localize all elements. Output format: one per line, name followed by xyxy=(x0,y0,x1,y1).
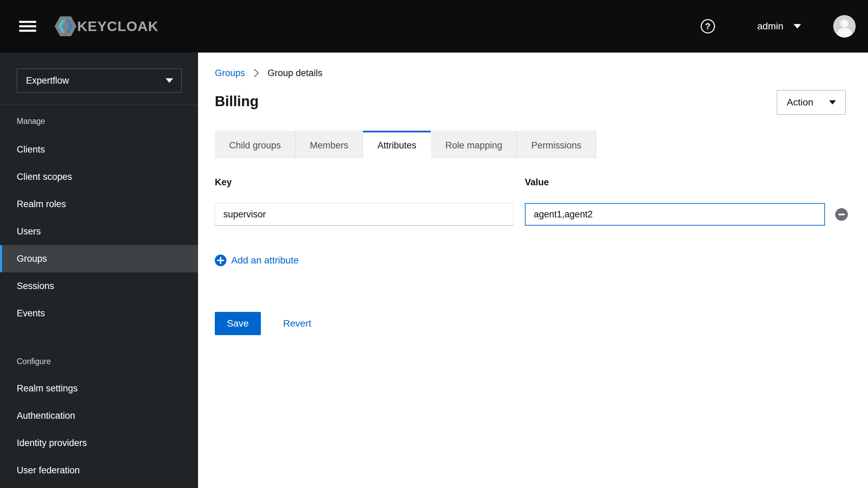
chevron-down-icon xyxy=(166,78,173,83)
chevron-down-icon xyxy=(794,24,801,29)
user-avatar-icon xyxy=(833,15,856,38)
tab-role-mapping[interactable]: Role mapping xyxy=(431,131,517,158)
help-button[interactable]: ? xyxy=(701,19,715,33)
brand-text: KEYCLOAK xyxy=(77,18,158,34)
action-dropdown-button[interactable]: Action xyxy=(777,90,846,115)
realm-selector[interactable]: Expertflow xyxy=(17,69,182,92)
sidebar-item-sessions[interactable]: Sessions xyxy=(0,272,198,300)
value-column-header: Value xyxy=(525,177,549,189)
breadcrumb-link-groups[interactable]: Groups xyxy=(215,68,245,78)
sidebar-item-events[interactable]: Events xyxy=(0,300,198,327)
main-content: Groups Group details Billing Action Chil… xyxy=(198,53,868,488)
nav-section-manage: Manage Clients Client scopes Realm roles… xyxy=(0,113,198,327)
minus-icon xyxy=(838,214,845,215)
breadcrumb-current: Group details xyxy=(268,68,323,78)
save-button[interactable]: Save xyxy=(215,312,261,335)
nav-list-manage: Clients Client scopes Realm roles Users … xyxy=(0,136,198,327)
breadcrumb: Groups Group details xyxy=(215,66,868,81)
sidebar-item-users[interactable]: Users xyxy=(0,218,198,245)
add-attribute-button[interactable]: Add an attribute xyxy=(215,253,299,268)
sidebar-item-groups[interactable]: Groups xyxy=(0,245,198,272)
attribute-value-input[interactable] xyxy=(525,203,825,226)
action-label: Action xyxy=(787,97,813,108)
key-column-header: Key xyxy=(215,177,525,189)
keycloak-logo: KEYCLOAK xyxy=(55,16,158,36)
avatar[interactable] xyxy=(833,15,856,38)
sidebar-item-realm-settings[interactable]: Realm settings xyxy=(0,375,198,402)
user-name: admin xyxy=(757,21,783,32)
nav-section-configure: Configure Realm settings Authentication … xyxy=(0,354,198,484)
sidebar-item-user-federation[interactable]: User federation xyxy=(0,457,198,484)
keycloak-logo-icon xyxy=(55,16,76,36)
realm-name: Expertflow xyxy=(26,75,69,86)
tab-members[interactable]: Members xyxy=(296,131,363,158)
hamburger-icon xyxy=(19,21,36,23)
nav-section-label: Manage xyxy=(0,113,198,129)
sidebar-item-realm-roles[interactable]: Realm roles xyxy=(0,190,198,218)
sidebar: Expertflow Manage Clients Client scopes … xyxy=(0,53,198,488)
user-menu-dropdown[interactable]: admin xyxy=(755,20,803,32)
add-attribute-label: Add an attribute xyxy=(231,255,299,266)
sidebar-item-client-scopes[interactable]: Client scopes xyxy=(0,163,198,190)
masthead-right: ? admin xyxy=(701,15,856,38)
realm-selector-section: Expertflow xyxy=(0,53,198,105)
breadcrumb-separator-icon xyxy=(254,69,259,77)
page-title: Billing xyxy=(215,90,868,113)
caret-down-icon xyxy=(829,100,836,104)
attribute-key-input[interactable] xyxy=(215,203,514,226)
plus-circle-icon xyxy=(215,255,226,266)
hamburger-menu-button[interactable] xyxy=(16,17,40,35)
nav-section-label: Configure xyxy=(0,354,198,369)
tab-permissions[interactable]: Permissions xyxy=(517,131,596,158)
question-icon: ? xyxy=(705,22,711,31)
revert-button[interactable]: Revert xyxy=(283,318,311,329)
sidebar-item-authentication[interactable]: Authentication xyxy=(0,402,198,429)
tab-attributes[interactable]: Attributes xyxy=(363,131,431,158)
sidebar-item-identity-providers[interactable]: Identity providers xyxy=(0,429,198,457)
nav-list-configure: Realm settings Authentication Identity p… xyxy=(0,375,198,484)
form-actions: Save Revert xyxy=(215,312,868,335)
sidebar-item-clients[interactable]: Clients xyxy=(0,136,198,163)
remove-attribute-button[interactable] xyxy=(835,208,848,221)
tabs: Child groups Members Attributes Role map… xyxy=(215,131,868,158)
attribute-row xyxy=(215,203,868,226)
masthead: KEYCLOAK ? admin xyxy=(0,0,868,53)
tab-child-groups[interactable]: Child groups xyxy=(215,131,296,158)
attributes-table-headers: Key Value xyxy=(215,177,868,189)
